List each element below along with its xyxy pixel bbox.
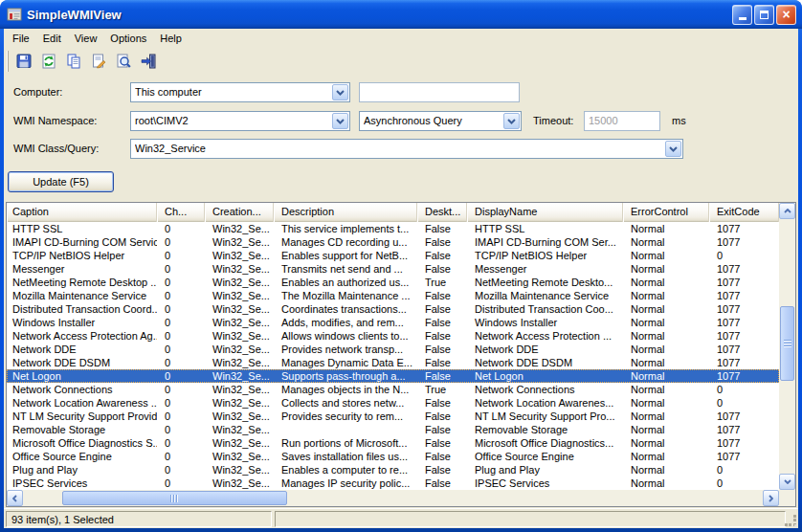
horizontal-scroll-thumb[interactable]	[62, 491, 287, 505]
find-button[interactable]	[112, 50, 135, 73]
save-button[interactable]	[12, 50, 35, 73]
table-row[interactable]: NT LM Security Support Provider 0 Win32_…	[7, 410, 779, 423]
menu-file[interactable]: File	[6, 31, 36, 46]
vertical-scrollbar[interactable]	[779, 203, 795, 490]
table-row[interactable]: IMAPI CD-Burning COM Service 0 Win32_Se.…	[7, 235, 779, 249]
column-header-creation[interactable]: Creation...	[205, 203, 274, 222]
scroll-left-button[interactable]	[7, 490, 23, 506]
cell-description: Enables an authorized us...	[274, 276, 417, 289]
cell-errorcontrol: Normal	[623, 356, 709, 369]
cell-displayname: Windows Installer	[467, 316, 623, 329]
resize-grip-icon[interactable]	[785, 515, 797, 527]
cell-description: Manages objects in the N...	[274, 383, 417, 396]
maximize-icon	[760, 11, 769, 19]
menu-edit[interactable]: Edit	[36, 31, 68, 46]
cell-caption: Network DDE DSDM	[7, 356, 157, 369]
column-header-exitcode[interactable]: ExitCode	[709, 203, 779, 222]
cell-checkpoint: 0	[157, 343, 205, 356]
cell-errorcontrol: Normal	[623, 383, 709, 396]
cell-desktop: False	[417, 450, 467, 463]
cell-description: Provides security to rem...	[274, 410, 417, 423]
cell-creation: Win32_Se...	[205, 356, 274, 369]
menu-help[interactable]: Help	[153, 31, 189, 46]
table-row[interactable]: Net Logon 0 Win32_Se... Supports pass-th…	[7, 369, 779, 383]
results-listview: Caption Ch... Creation... Description De…	[6, 202, 796, 507]
table-row[interactable]: HTTP SSL 0 Win32_Se... This service impl…	[7, 222, 779, 235]
table-row[interactable]: Microsoft Office Diagnostics S... 0 Win3…	[7, 436, 779, 450]
computer-label: Computer:	[13, 86, 62, 98]
cell-errorcontrol: Normal	[623, 235, 709, 249]
close-button[interactable]: ×	[776, 5, 796, 25]
timeout-field: 15000	[584, 111, 660, 131]
cell-desktop: False	[417, 316, 467, 329]
class-query-combobox-button[interactable]	[665, 141, 681, 157]
cell-desktop: False	[417, 249, 467, 262]
table-row[interactable]: IPSEC Services 0 Win32_Se... Manages IP …	[7, 477, 779, 490]
table-row[interactable]: Distributed Transaction Coord... 0 Win32…	[7, 302, 779, 316]
table-row[interactable]: Removable Storage 0 Win32_Se... False Re…	[7, 423, 779, 436]
column-header-description[interactable]: Description	[274, 203, 417, 222]
horizontal-scrollbar[interactable]	[7, 490, 779, 506]
menu-view[interactable]: View	[68, 31, 104, 46]
table-row[interactable]: Network Access Protection Ag... 0 Win32_…	[7, 329, 779, 343]
table-row[interactable]: Network DDE DSDM 0 Win32_Se... Manages D…	[7, 356, 779, 369]
exit-button[interactable]	[137, 50, 160, 73]
scroll-up-button[interactable]	[779, 203, 795, 219]
refresh-button[interactable]	[37, 50, 60, 73]
namespace-combobox-button[interactable]	[332, 113, 348, 129]
class-query-combobox-value: Win32_Service	[135, 143, 663, 154]
title-bar[interactable]: SimpleWMIView ×	[0, 0, 802, 29]
cell-creation: Win32_Se...	[205, 276, 274, 289]
table-row[interactable]: Network Location Awareness ... 0 Win32_S…	[7, 396, 779, 410]
cell-exitcode: 0	[709, 249, 779, 262]
column-header-desktop[interactable]: Deskt...	[417, 203, 467, 222]
timeout-label: Timeout:	[533, 115, 573, 126]
properties-button[interactable]	[87, 50, 110, 73]
namespace-label: WMI Namespace:	[13, 115, 97, 126]
cell-caption: TCP/IP NetBIOS Helper	[7, 249, 157, 262]
scroll-down-button[interactable]	[779, 474, 795, 490]
menu-options[interactable]: Options	[103, 31, 153, 46]
cell-checkpoint: 0	[157, 463, 205, 477]
column-header-checkpoint[interactable]: Ch...	[157, 203, 205, 222]
table-row[interactable]: NetMeeting Remote Desktop ... 0 Win32_Se…	[7, 276, 779, 289]
table-row[interactable]: Windows Installer 0 Win32_Se... Adds, mo…	[7, 316, 779, 329]
column-header-errorcontrol[interactable]: ErrorControl	[623, 203, 709, 222]
cell-creation: Win32_Se...	[205, 262, 274, 276]
cell-errorcontrol: Normal	[623, 369, 709, 383]
column-header-caption[interactable]: Caption	[7, 203, 157, 222]
scroll-right-button[interactable]	[763, 490, 779, 506]
chevron-down-icon	[336, 119, 345, 124]
cell-exitcode: 0	[709, 396, 779, 410]
vertical-scroll-thumb[interactable]	[780, 306, 794, 381]
computer-combobox-button[interactable]	[332, 84, 348, 100]
class-query-combobox[interactable]: Win32_Service	[130, 139, 683, 159]
maximize-button[interactable]	[754, 5, 774, 25]
cell-creation: Win32_Se...	[205, 450, 274, 463]
query-type-combobox[interactable]: Asynchronous Query	[359, 111, 522, 131]
table-row[interactable]: Messenger 0 Win32_Se... Transmits net se…	[7, 262, 779, 276]
table-row[interactable]: Office Source Engine 0 Win32_Se... Saves…	[7, 450, 779, 463]
table-row[interactable]: TCP/IP NetBIOS Helper 0 Win32_Se... Enab…	[7, 249, 779, 262]
computer-combobox[interactable]: This computer	[130, 82, 350, 102]
minimize-button[interactable]	[732, 5, 752, 25]
namespace-combobox[interactable]: root\CIMV2	[130, 111, 350, 131]
table-row[interactable]: Mozilla Maintenance Service 0 Win32_Se..…	[7, 289, 779, 302]
cell-desktop: False	[417, 235, 467, 249]
cell-displayname: Messenger	[467, 262, 623, 276]
refresh-icon	[40, 53, 57, 70]
cell-description: Provides network transp...	[274, 343, 417, 356]
table-row[interactable]: Network DDE 0 Win32_Se... Provides netwo…	[7, 343, 779, 356]
cell-desktop: False	[417, 369, 467, 383]
query-type-combobox-button[interactable]	[503, 113, 520, 129]
cell-displayname: Network DDE DSDM	[467, 356, 623, 369]
cell-errorcontrol: Normal	[623, 396, 709, 410]
copy-button[interactable]	[62, 50, 85, 73]
cell-caption: Distributed Transaction Coord...	[7, 302, 157, 316]
cell-displayname: Removable Storage	[467, 423, 623, 436]
copy-icon	[65, 53, 82, 70]
update-button[interactable]: Update (F5)	[8, 171, 114, 192]
column-header-displayname[interactable]: DisplayName	[467, 203, 623, 222]
table-row[interactable]: Network Connections 0 Win32_Se... Manage…	[7, 383, 779, 396]
table-row[interactable]: Plug and Play 0 Win32_Se... Enables a co…	[7, 463, 779, 477]
